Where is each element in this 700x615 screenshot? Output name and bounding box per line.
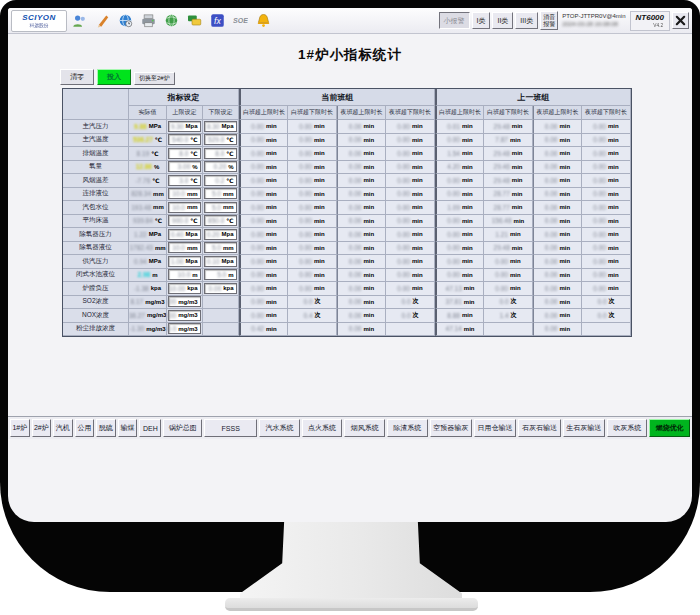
unit-text: 次	[413, 297, 419, 306]
nav-button-16[interactable]: 石灰石输送	[518, 419, 560, 437]
nav-button-14[interactable]: 空预器输灰	[430, 419, 472, 437]
current-shift-cell: 0.00min	[288, 147, 337, 161]
value-text: 0.00	[397, 285, 410, 292]
alarm-mute-button[interactable]: 消音 报警	[540, 11, 558, 30]
value-text: 0.01	[447, 123, 460, 130]
lower-limit-input[interactable]: 5.0mm	[204, 188, 236, 199]
soe-icon[interactable]: SOE	[230, 10, 251, 31]
lower-limit-input[interactable]: 5.0mm	[204, 202, 236, 213]
previous-shift-cell: 0.00min	[435, 242, 484, 256]
previous-shift-cell: 37.81min	[435, 296, 484, 310]
upper-limit-input[interactable]: 8.0℃	[168, 148, 200, 159]
nav-button-13[interactable]: 除渣系统	[387, 419, 428, 437]
nav-button-2[interactable]: 2#炉	[32, 419, 52, 437]
nav-button-6[interactable]: 输煤	[118, 419, 138, 437]
unit-text: min	[266, 326, 277, 332]
unit-text: min	[559, 258, 570, 264]
globe-clock-icon[interactable]	[115, 10, 136, 31]
switch-boiler-button[interactable]: 切换至2#炉	[134, 72, 175, 85]
nav-button-10[interactable]: 汽水系统	[259, 419, 300, 437]
user-icon[interactable]	[69, 10, 90, 31]
nav-button-3[interactable]: 汽机	[53, 419, 73, 437]
lower-limit-input[interactable]: 8.0℃	[204, 148, 236, 159]
value-text: 0.42	[251, 325, 264, 332]
upper-limit-input[interactable]: 10.0m	[168, 269, 200, 280]
clear-button[interactable]: 清零	[60, 69, 94, 85]
unit-text: min	[514, 218, 525, 224]
nav-button-1[interactable]: 1#炉	[10, 419, 30, 437]
value-text: 0.00	[251, 163, 264, 170]
upper-limit-input[interactable]: 10.0mm	[168, 202, 200, 213]
nav-button-4[interactable]: 公用	[75, 419, 95, 437]
nav-button-11[interactable]: 点火系统	[302, 419, 343, 437]
unit-text: min	[363, 177, 374, 183]
lower-limit-input[interactable]: 8.30Mpa	[204, 121, 236, 132]
nav-button-12[interactable]: 烟风系统	[344, 419, 385, 437]
nav-button-9[interactable]: FSSS	[204, 419, 257, 437]
lower-limit-cell: 850.0℃	[203, 215, 239, 229]
upper-limit-input[interactable]: 10.0mg/m3	[168, 323, 200, 334]
printer-icon[interactable]	[138, 10, 159, 31]
lower-limit-input[interactable]: 5.0mm	[204, 242, 236, 253]
upper-limit-input[interactable]: 10.0mm	[168, 188, 200, 199]
lower-limit-input[interactable]: 0.20%	[204, 161, 236, 172]
nav-button-8[interactable]: 锅炉总图	[163, 419, 202, 437]
lower-limit-input[interactable]: 0.10Mpa	[204, 256, 236, 267]
unit-text: min	[608, 245, 619, 251]
value-text: 8.0	[215, 150, 224, 157]
previous-shift-cell: 0.00min	[582, 201, 631, 215]
upper-limit-input[interactable]: 3.00%	[168, 161, 200, 172]
current-shift-cell: 0.4次	[288, 309, 337, 323]
value-text: 0.00	[545, 271, 558, 278]
row-label: 汽包水位	[63, 201, 129, 215]
current-shift-cell: 0.00min	[386, 134, 435, 148]
nav-button-7[interactable]: DEH	[139, 419, 161, 437]
actual-value-cell: 12.86%	[129, 161, 167, 175]
upper-limit-input[interactable]: 3.0℃	[168, 175, 200, 186]
unit-text: min	[266, 312, 277, 318]
alarm-class-3-button[interactable]: III类	[515, 12, 538, 29]
upper-limit-input[interactable]: 900.0℃	[168, 215, 200, 226]
nav-button-17[interactable]: 生石灰输送	[563, 419, 605, 437]
globe-icon[interactable]	[161, 10, 182, 31]
lower-limit-input[interactable]: 0.2℃	[204, 175, 236, 186]
unit-text: m	[228, 272, 233, 278]
upper-limit-input[interactable]: 50.00mg/m3	[168, 310, 200, 321]
brush-icon[interactable]	[92, 10, 113, 31]
upper-limit-input[interactable]: 0.40Mpa	[168, 229, 200, 240]
nav-button-19[interactable]: 燃烧优化	[649, 419, 690, 437]
value-text: 0.00	[349, 217, 362, 224]
cards-icon[interactable]	[184, 10, 205, 31]
lower-limit-input[interactable]: 529.0℃	[204, 134, 236, 145]
actual-value-cell: 828.34mm	[129, 188, 167, 202]
alarm-class-2-button[interactable]: II类	[492, 12, 513, 29]
lower-limit-input[interactable]: 0.00kpa	[204, 283, 236, 294]
upper-limit-input[interactable]: 9.30Mpa	[168, 121, 200, 132]
value-text: 0.00	[447, 177, 460, 184]
unit-text: min	[412, 258, 423, 264]
upper-limit-input[interactable]: 35.00mg/m3	[168, 296, 200, 307]
alarm-class-1-button[interactable]: I类	[472, 12, 491, 29]
lower-limit-cell: 5.0mm	[203, 201, 239, 215]
previous-shift-cell: 0.00min	[533, 242, 582, 256]
unit-text: min	[559, 177, 570, 183]
alarm-small-button[interactable]: 小报警	[439, 12, 470, 29]
nav-button-18[interactable]: 吹灰系统	[607, 419, 648, 437]
nav-button-15[interactable]: 日用仓输送	[474, 419, 516, 437]
unit-text: min	[608, 231, 619, 237]
lower-limit-input[interactable]: 850.0℃	[204, 215, 236, 226]
current-shift-cell: 0.00min	[386, 120, 435, 134]
previous-shift-cell: 0.00min	[533, 228, 582, 242]
upper-limit-input[interactable]: 10.0mm	[168, 242, 200, 253]
nav-button-5[interactable]: 脱硫	[96, 419, 116, 437]
lower-limit-input[interactable]: 5.0m	[204, 269, 236, 280]
bell-icon[interactable]	[253, 10, 274, 31]
fx-icon[interactable]: fx	[207, 10, 228, 31]
value-text: 0.0	[597, 312, 606, 319]
upper-limit-input[interactable]: 10.00kpa	[168, 283, 200, 294]
upper-limit-input[interactable]: 1.00Mpa	[168, 256, 200, 267]
engage-button[interactable]: 投入	[97, 69, 131, 85]
upper-limit-input[interactable]: 540.0℃	[168, 134, 200, 145]
lower-limit-input[interactable]: 0.20Mpa	[204, 229, 236, 240]
expand-icon[interactable]	[672, 12, 689, 29]
